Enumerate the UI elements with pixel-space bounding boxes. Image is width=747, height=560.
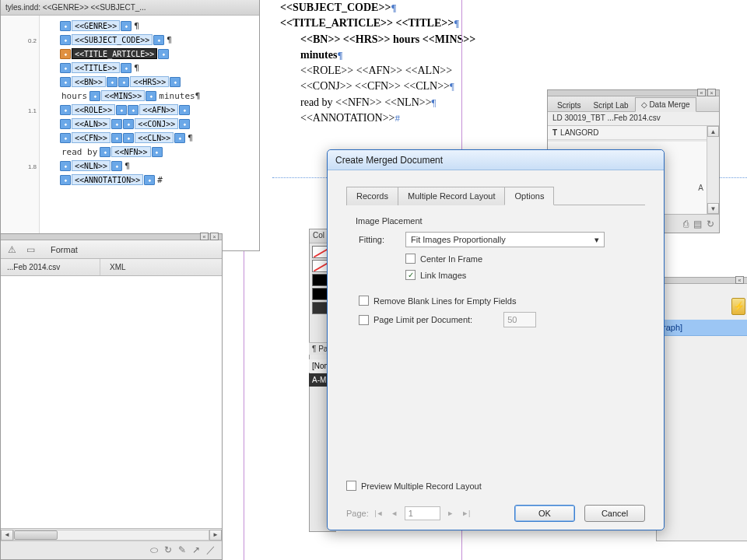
files-toolbar: ⚠ ▭ Format	[1, 240, 222, 259]
ruler-tick: 0.2	[28, 37, 37, 44]
fitting-value: Fit Images Proportionally	[411, 235, 506, 244]
structure-panel-title: tyles.indd: <<GENRE>> <<SUBJECT_...	[1, 0, 259, 16]
xml-tag[interactable]: <<CONJ>>	[135, 118, 178, 129]
dialog-tabs: Records Multiple Record Layout Options	[346, 186, 645, 205]
ruler-tick: 1.8	[28, 163, 37, 170]
page-number-input[interactable]	[405, 506, 440, 520]
panel-close-icon[interactable]: ×	[210, 233, 219, 240]
structure-panel: tyles.indd: <<GENRE>> <<SUBJECT_... 0.2 …	[0, 0, 260, 251]
quick-apply-icon[interactable]: ⚡	[731, 298, 745, 315]
ruler-tick: 1.1	[28, 107, 37, 114]
vertical-scrollrbar[interactable]: ▲ ▼	[707, 126, 719, 214]
scroll-left-icon[interactable]: ◄	[1, 530, 13, 541]
page-navigator: Page: |◄ ◄ ► ►|	[346, 506, 472, 520]
link-images-checkbox[interactable]: ✓	[405, 270, 416, 280]
panel-grip[interactable]: « ×	[1, 234, 222, 240]
warning-icon[interactable]: ⚠	[5, 243, 18, 256]
next-page-icon[interactable]: ►	[445, 508, 456, 519]
create-icon[interactable]: ▤	[693, 219, 702, 229]
structure-row[interactable]: ⬥<<SUBJECT_CODE>>⬥¶	[60, 33, 256, 47]
panel-grip[interactable]: «	[657, 278, 747, 284]
remove-blank-checkbox[interactable]	[359, 296, 369, 306]
page-text-line: <<SUBJECT_CODE>>¶	[280, 0, 475, 16]
xml-tag[interactable]: <<AFN>>	[139, 104, 178, 115]
data-merge-field[interactable]: T LANGORD	[548, 126, 719, 140]
xml-tag[interactable]: <<NFN>>	[111, 146, 150, 157]
xml-tag[interactable]: <<BN>>	[72, 76, 106, 87]
page-limit-input: 50	[503, 312, 536, 327]
structure-row[interactable]: ⬥<<GENRE>>⬥¶	[60, 19, 256, 33]
structure-row[interactable]: ⬥<<NLN>>⬥¶	[60, 159, 256, 173]
xml-tag[interactable]: <<ROLE>>	[72, 104, 115, 115]
last-page-icon[interactable]: ►|	[461, 508, 472, 519]
tag-icon: ⬥	[111, 119, 122, 129]
cancel-button[interactable]: Cancel	[584, 505, 645, 522]
preview-icon[interactable]: ⎙	[683, 219, 689, 229]
tag-icon: ⬥	[60, 49, 71, 59]
first-page-icon[interactable]: |◄	[374, 508, 384, 519]
prev-page-icon[interactable]: ◄	[389, 508, 400, 519]
structure-row[interactable]: ⬥<<ROLE>>⬥⬥<<AFN>>⬥	[60, 103, 256, 117]
structure-row[interactable]: read by ⬥<<NFN>>⬥	[60, 145, 256, 159]
panel-close-icon[interactable]: ×	[707, 89, 716, 96]
scroll-down-icon[interactable]: ▼	[707, 203, 719, 214]
xml-tag[interactable]: <<HRS>>	[130, 76, 169, 87]
tag-icon: ⬥	[60, 119, 71, 129]
data-source-file[interactable]: LD 30019_TBT ...Feb 2014.csv	[548, 112, 719, 126]
horizontal-scrollbar[interactable]: ◄ ►	[1, 529, 222, 541]
ok-button[interactable]: OK	[514, 505, 575, 522]
tab-options[interactable]: Options	[504, 187, 554, 205]
tag-icon: ⬥	[100, 147, 110, 157]
file-name-cell[interactable]: ...Feb 2014.csv	[1, 259, 100, 275]
structure-row[interactable]: ⬥<<ANNOTATION>>⬥#	[60, 173, 256, 187]
tab-records[interactable]: Records	[346, 187, 398, 205]
link-images-label: Link Images	[420, 271, 466, 280]
remove-blank-label: Remove Blank Lines for Empty Fields	[374, 296, 516, 306]
goto-icon[interactable]: ↗	[192, 544, 200, 555]
panel-collapse-icon[interactable]: «	[200, 233, 209, 240]
xml-tag[interactable]: <<GENRE>>	[72, 20, 120, 31]
structure-row[interactable]: ⬥<<TITLE>>⬥¶	[60, 61, 256, 75]
pencil-icon[interactable]: ／	[206, 544, 216, 557]
create-merged-document-dialog: Create Merged Document Records Multiple …	[327, 149, 665, 530]
xml-tag[interactable]: <<CFN>>	[72, 132, 110, 143]
page-text-line: <<TITLE_ARTICLE>> <<TITLE>>¶	[280, 16, 475, 31]
xml-tag[interactable]: <<ALN>>	[72, 118, 110, 129]
refresh-icon[interactable]: ↻	[164, 544, 172, 555]
structure-row[interactable]: ⬥<<BN>>⬥⬥<<HRS>>⬥	[60, 75, 256, 89]
center-in-frame-checkbox[interactable]	[405, 254, 416, 264]
file-format-cell: XML	[100, 263, 126, 271]
structure-row[interactable]: hours⬥<<MINS>>⬥ minutes¶	[60, 89, 256, 103]
xml-tag[interactable]: <<SUBJECT_CODE>>	[72, 34, 153, 45]
xml-tag[interactable]: <<TITLE_ARTICLE>>	[72, 48, 157, 59]
tag-icon: ⬥	[60, 63, 71, 73]
fitting-dropdown[interactable]: Fit Images Proportionally ▾	[405, 232, 605, 247]
scroll-right-icon[interactable]: ►	[209, 530, 222, 541]
tab-multiple-record-layout[interactable]: Multiple Record Layout	[398, 187, 506, 205]
style-item[interactable]: raph]	[657, 320, 747, 336]
panel-collapse-icon[interactable]: «	[697, 89, 706, 96]
update-icon[interactable]: ↻	[707, 219, 714, 229]
scroll-thumb[interactable]	[14, 530, 58, 540]
edit-icon[interactable]: ✎	[178, 544, 186, 555]
xml-tag[interactable]: <<CLN>>	[135, 132, 174, 143]
link-icon[interactable]: ⬭	[150, 544, 158, 555]
xml-tag[interactable]: <<ANNOTATION>>	[72, 174, 143, 185]
xml-tag[interactable]: <<MINS>>	[101, 90, 145, 101]
panel-grip[interactable]: « ×	[548, 90, 719, 96]
page-icon[interactable]: ▭	[24, 243, 37, 256]
tab-data-merge[interactable]: ◇ Data Merge	[635, 97, 696, 112]
panel-collapse-icon[interactable]: «	[735, 276, 744, 284]
right-dock-panel: « ⚡ raph]	[656, 277, 747, 541]
tab-scripts[interactable]: Scripts	[551, 98, 587, 112]
tag-icon: ⬥	[111, 133, 122, 143]
structure-row[interactable]: ⬥<<CFN>>⬥⬥<<CLN>>⬥¶	[60, 131, 256, 145]
tab-script-label[interactable]: Script Lab	[587, 98, 635, 112]
preview-checkbox[interactable]	[346, 481, 356, 491]
structure-row[interactable]: ⬥<<TITLE_ARTICLE>>⬥	[60, 47, 256, 61]
xml-tag[interactable]: <<NLN>>	[72, 160, 110, 171]
xml-tag[interactable]: <<TITLE>>	[72, 62, 120, 73]
scroll-up-icon[interactable]: ▲	[707, 126, 719, 137]
page-limit-checkbox[interactable]	[359, 315, 369, 325]
structure-row[interactable]: ⬥<<ALN>>⬥⬥<<CONJ>>⬥	[60, 117, 256, 131]
